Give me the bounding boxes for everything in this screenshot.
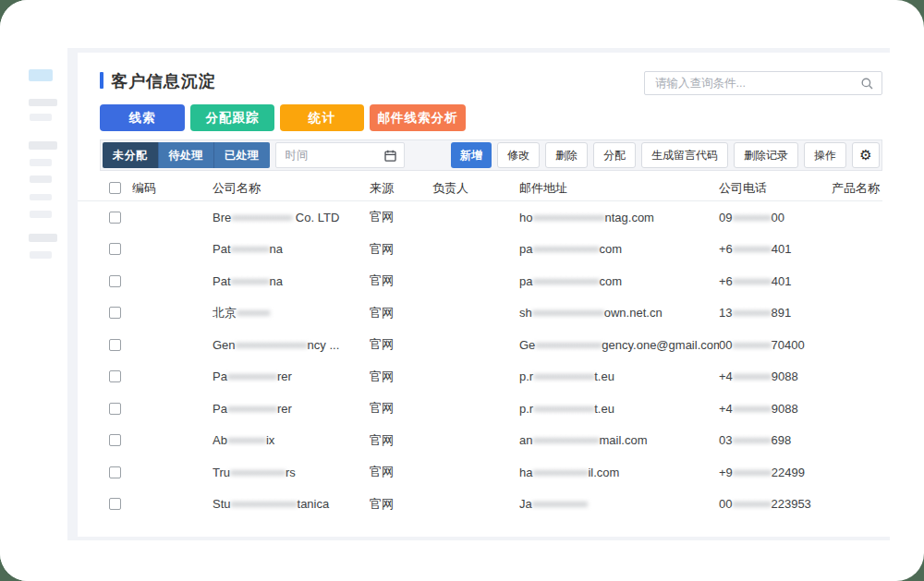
add-button[interactable]: 新增 bbox=[451, 142, 492, 168]
generate-message-code-button[interactable]: 生成留言代码 bbox=[641, 142, 728, 168]
tab-bar: 线索 分配跟踪 统计 邮件线索分析 bbox=[100, 104, 466, 131]
cell-source: 官网 bbox=[370, 209, 432, 225]
cell-phone: +4xxxxxxx9088 bbox=[719, 369, 832, 383]
cell-phone: 00xxxxxxx223953 bbox=[719, 497, 832, 511]
column-header-owner[interactable]: 负责人 bbox=[432, 180, 519, 197]
row-checkbox[interactable] bbox=[109, 403, 121, 415]
assign-button[interactable]: 分配 bbox=[593, 142, 636, 168]
row-checkbox[interactable] bbox=[109, 275, 121, 287]
cell-text: sh bbox=[519, 306, 532, 320]
redacted-text: xxxxxxxxxxxx bbox=[532, 434, 599, 446]
cell-text: 00 bbox=[719, 497, 732, 511]
cell-text: 223953 bbox=[771, 497, 810, 511]
cell-email: Jaxxxxxxxxxx bbox=[519, 497, 719, 511]
table-row: Abxxxxxxxix 官网 anxxxxxxxxxxxxmail.com 03… bbox=[78, 425, 882, 457]
delete-record-button[interactable]: 删除记录 bbox=[734, 142, 798, 168]
cell-phone: +6xxxxxxx401 bbox=[719, 274, 832, 288]
row-checkbox[interactable] bbox=[109, 339, 121, 351]
cell-text: rer bbox=[277, 402, 292, 416]
cell-text: 09 bbox=[719, 211, 732, 224]
column-header-email[interactable]: 邮件地址 bbox=[519, 180, 719, 197]
table-row: Paxxxxxxxxxrer 官网 p.rxxxxxxxxxxxt.eu +4x… bbox=[78, 361, 882, 393]
cell-source: 官网 bbox=[370, 496, 432, 513]
cell-text: 698 bbox=[771, 433, 791, 447]
cell-company: Paxxxxxxxxxrer bbox=[213, 369, 370, 383]
row-checkbox[interactable] bbox=[109, 307, 121, 319]
segment-unassigned[interactable]: 未分配 bbox=[103, 142, 158, 168]
redacted-text: xxxxxxxxxxxxx bbox=[532, 307, 604, 319]
cell-phone: +6xxxxxxx401 bbox=[719, 242, 832, 256]
cell-source: 官网 bbox=[370, 241, 432, 258]
cell-company: Brexxxxxxxxxxx Co. LTD bbox=[213, 211, 370, 224]
cell-text: 22499 bbox=[772, 466, 805, 479]
column-header-source[interactable]: 来源 bbox=[370, 180, 432, 197]
delete-button[interactable]: 删除 bbox=[545, 142, 588, 168]
cell-text: p.r bbox=[519, 402, 533, 416]
cell-company: 北京xxxxxx bbox=[213, 305, 370, 321]
gear-icon: ⚙ bbox=[859, 147, 871, 163]
tab-clues[interactable]: 线索 bbox=[100, 104, 185, 131]
cell-text: pa bbox=[519, 242, 532, 256]
title-accent-bar bbox=[100, 72, 103, 89]
cell-company: Paxxxxxxxxxrer bbox=[213, 402, 370, 416]
redacted-text: xxxxxxxxxxxxx bbox=[532, 212, 604, 224]
cell-text: 00 bbox=[771, 211, 784, 224]
edit-button[interactable]: 修改 bbox=[497, 142, 540, 168]
row-checkbox[interactable] bbox=[109, 466, 121, 478]
row-checkbox[interactable] bbox=[109, 370, 121, 382]
redacted-text: xxxxxxx bbox=[732, 434, 771, 446]
cell-text: rer bbox=[277, 369, 292, 383]
column-header-code[interactable]: 编码 bbox=[132, 180, 213, 197]
row-checkbox[interactable] bbox=[109, 212, 121, 224]
redacted-text: xxxxxxxxxxx bbox=[533, 403, 594, 415]
sidebar-skeleton-bar bbox=[29, 99, 57, 106]
table-header: 编码 公司名称 来源 负责人 邮件地址 公司电话 产品名称 bbox=[78, 176, 882, 201]
cell-company: Abxxxxxxxix bbox=[213, 433, 370, 447]
tab-assign-tracking[interactable]: 分配跟踪 bbox=[190, 104, 274, 131]
cell-text: ha bbox=[519, 466, 532, 479]
column-header-phone[interactable]: 公司电话 bbox=[719, 180, 832, 197]
cell-email: hoxxxxxxxxxxxxxntag.com bbox=[519, 211, 719, 224]
cell-text: Pat bbox=[213, 242, 231, 256]
segment-pending[interactable]: 待处理 bbox=[158, 142, 214, 168]
sidebar-skeleton-bar bbox=[30, 114, 52, 121]
cell-text: 9088 bbox=[772, 402, 798, 416]
table-row: Patxxxxxxxna 官网 paxxxxxxxxxxxxcom +6xxxx… bbox=[78, 265, 882, 297]
operations-button[interactable]: 操作 bbox=[804, 142, 846, 168]
cell-email: shxxxxxxxxxxxxxown.net.cn bbox=[519, 306, 719, 320]
cell-text: 北京 bbox=[213, 306, 237, 320]
cell-source: 官网 bbox=[370, 432, 432, 449]
settings-button[interactable]: ⚙ bbox=[852, 142, 880, 168]
cell-text: ho bbox=[519, 211, 532, 224]
main-card: 客户信息沉淀 线索 分配跟踪 统计 邮件线索分析 未分配 待处理 已处理 bbox=[78, 53, 890, 537]
table-body: Brexxxxxxxxxxx Co. LTD 官网 hoxxxxxxxxxxxx… bbox=[78, 201, 882, 520]
cell-text: Pa bbox=[213, 402, 227, 416]
row-checkbox[interactable] bbox=[109, 434, 121, 446]
column-header-product[interactable]: 产品名称 bbox=[832, 180, 882, 197]
search-input[interactable] bbox=[645, 72, 881, 94]
cell-text: rs bbox=[286, 466, 296, 479]
redacted-text: xxxxxxx bbox=[732, 212, 771, 224]
tab-email-clue-analysis[interactable]: 邮件线索分析 bbox=[370, 104, 466, 131]
cell-company: Patxxxxxxxna bbox=[213, 242, 370, 256]
search-icon bbox=[861, 78, 873, 90]
cell-text: +4 bbox=[719, 369, 733, 383]
date-filter bbox=[275, 142, 405, 168]
sidebar-skeleton-bar bbox=[29, 141, 57, 150]
column-header-company[interactable]: 公司名称 bbox=[213, 180, 370, 197]
cell-text: il.com bbox=[588, 466, 619, 479]
row-checkbox[interactable] bbox=[109, 243, 121, 255]
sidebar-skeleton-bar bbox=[30, 211, 52, 218]
select-all-checkbox[interactable] bbox=[109, 182, 121, 194]
row-checkbox[interactable] bbox=[109, 498, 121, 510]
cell-company: Genxxxxxxxxxxxxxncy ... bbox=[213, 338, 370, 352]
cell-text: pa bbox=[519, 274, 532, 288]
tab-statistics[interactable]: 统计 bbox=[280, 104, 364, 131]
segment-processed[interactable]: 已处理 bbox=[213, 142, 270, 168]
cell-text: 9088 bbox=[772, 369, 798, 383]
cell-text: ntag.com bbox=[604, 211, 653, 224]
cell-text: Pat bbox=[213, 274, 231, 288]
cell-text: na bbox=[270, 274, 283, 288]
redacted-text: xxxxxx bbox=[237, 307, 270, 319]
cell-text: mail.com bbox=[599, 433, 647, 447]
